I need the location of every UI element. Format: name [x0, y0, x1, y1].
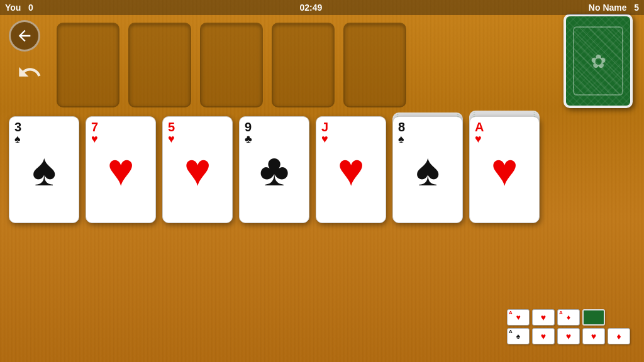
card-5-suit-top: ♥: [321, 133, 328, 145]
card-1-suit-top: ♠: [14, 133, 21, 145]
undo-button[interactable]: [14, 57, 45, 88]
timer-display: 02:49: [299, 3, 322, 13]
player-name: You: [5, 3, 21, 13]
back-icon: [16, 27, 33, 45]
card-5-center: ♥: [338, 147, 365, 192]
opponent-score: 5: [634, 3, 639, 13]
card-7-rank: A: [475, 121, 484, 133]
card-4-suit-top: ♣: [245, 133, 252, 145]
card-2-center: ♥: [108, 147, 135, 192]
card-1-center: ♠: [32, 147, 56, 192]
undo-icon: [17, 60, 42, 85]
deck-card-inner: ✿: [573, 26, 623, 96]
foundation-slot-1[interactable]: [57, 23, 119, 107]
card-6-suit-top: ♠: [398, 133, 404, 145]
card-3-rank: 5: [168, 121, 175, 133]
card-1-rank: 3: [14, 121, 21, 133]
tableau-card-7[interactable]: A ♥ ♥: [469, 116, 540, 223]
player-score: 0: [28, 3, 33, 13]
top-bar: You 0 02:49 No Name 5: [0, 0, 644, 15]
card-2-rank: 7: [91, 121, 98, 133]
tableau-card-2[interactable]: 7 ♥ ♥: [86, 116, 156, 223]
mini-card-7[interactable]: ♥: [582, 328, 605, 344]
card-7-center: ♥: [491, 147, 518, 192]
tableau-card-5[interactable]: J ♥ ♥: [316, 116, 386, 223]
mini-card-5[interactable]: ♥: [532, 328, 555, 344]
card-7-suit-top: ♥: [475, 133, 482, 145]
mini-card-1[interactable]: A ♥: [507, 309, 530, 326]
mini-row-1: A ♥ ♥ A ♦: [507, 309, 630, 326]
deck-emblem: ✿: [591, 50, 606, 72]
deck-area[interactable]: ✿: [564, 14, 633, 108]
tableau-card-1[interactable]: 3 ♠ ♠: [9, 116, 79, 223]
opponent-name: No Name: [589, 3, 627, 13]
card-6-center: ♠: [416, 147, 440, 192]
tableau-card-6[interactable]: 8 ♠ ♠: [392, 116, 463, 223]
foundation-slot-2[interactable]: [128, 23, 191, 107]
tableau-area: 3 ♠ ♠ 7 ♥ ♥ 5 ♥ ♥ 9 ♣ ♣ J ♥ ♥ 8 ♠ ♠: [9, 116, 540, 223]
card-4-center: ♣: [259, 147, 289, 192]
deck-card[interactable]: ✿: [564, 14, 633, 108]
tableau-card-4[interactable]: 9 ♣ ♣: [239, 116, 309, 223]
mini-card-4[interactable]: A ♠: [507, 328, 530, 344]
mini-card-2[interactable]: ♥: [532, 309, 555, 326]
back-button[interactable]: [9, 20, 40, 52]
card-5-rank: J: [321, 121, 328, 133]
opponent-info: No Name 5: [589, 3, 639, 13]
tableau-stack-6[interactable]: 8 ♠ ♠: [392, 116, 463, 223]
tableau-stack-7[interactable]: A ♥ ♥: [469, 116, 540, 223]
foundation-area: [57, 23, 406, 107]
card-3-suit-top: ♥: [168, 133, 175, 145]
card-4-rank: 9: [245, 121, 252, 133]
mini-card-6[interactable]: ♥: [557, 328, 580, 344]
mini-row-2: A ♠ ♥ ♥ ♥ ♦: [507, 328, 630, 344]
card-3-center: ♥: [184, 147, 211, 192]
player-score-label: You 0: [5, 3, 33, 13]
card-2-suit-top: ♥: [91, 133, 98, 145]
mini-card-3[interactable]: A ♦: [557, 309, 580, 326]
tableau-card-3[interactable]: 5 ♥ ♥: [162, 116, 233, 223]
foundation-slot-4[interactable]: [272, 23, 335, 107]
mini-card-back-1[interactable]: [582, 309, 605, 326]
foundation-slot-3[interactable]: [200, 23, 263, 107]
mini-card-area: A ♥ ♥ A ♦ A ♠ ♥ ♥ ♥ ♦: [507, 309, 630, 344]
mini-card-8[interactable]: ♦: [608, 328, 630, 344]
foundation-slot-5[interactable]: [343, 23, 406, 107]
card-6-rank: 8: [398, 121, 405, 133]
